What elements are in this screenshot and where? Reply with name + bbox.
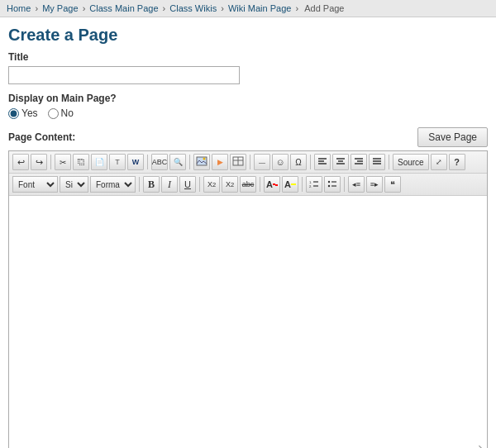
find-icon: 🔍: [174, 158, 183, 166]
content-header: Page Content: Save Page: [8, 127, 488, 147]
sep5: [310, 155, 311, 169]
special-char-icon: Ω: [295, 158, 301, 167]
font-color-bar: [273, 183, 275, 185]
size-select[interactable]: Size: [60, 176, 88, 193]
copy-icon: ⿻: [78, 158, 85, 166]
breadcrumb-mypage[interactable]: My Page: [42, 3, 78, 13]
paste-word-btn[interactable]: W: [127, 154, 144, 170]
main-content: Title Display on Main Page? Yes No Page …: [0, 51, 496, 448]
hr-icon: —: [259, 159, 265, 166]
toolbar-bottom: Font Size Format B I U X2: [9, 174, 487, 196]
radio-yes-option[interactable]: Yes: [8, 107, 38, 119]
toolbar-top: ↩ ↪ ✂ ⿻ 📄 T W: [9, 151, 487, 174]
radio-yes[interactable]: [8, 108, 19, 119]
content-label: Page Content:: [8, 131, 75, 143]
numbered-list-btn[interactable]: 1.2.: [306, 176, 322, 193]
special-char-btn[interactable]: Ω: [290, 154, 307, 170]
align-justify-btn[interactable]: [369, 154, 385, 170]
help-btn[interactable]: ?: [449, 154, 465, 170]
display-label: Display on Main Page?: [8, 93, 488, 104]
sep6: [389, 155, 389, 169]
bullet-list-btn[interactable]: [324, 176, 341, 193]
font-select[interactable]: Font: [12, 176, 58, 193]
bg-color-bar: [291, 183, 296, 185]
flash-btn[interactable]: ▶: [212, 154, 228, 170]
source-btn[interactable]: Source: [393, 154, 429, 170]
editor-resize-handle[interactable]: ↘: [477, 442, 485, 448]
paste-word-icon: W: [132, 158, 140, 166]
align-center-btn[interactable]: [332, 154, 349, 170]
radio-no-option[interactable]: No: [48, 107, 74, 119]
paste-text-btn[interactable]: T: [109, 154, 126, 170]
svg-point-1: [203, 158, 206, 160]
align-left-btn[interactable]: [314, 154, 331, 170]
help-icon: ?: [454, 157, 460, 167]
image-btn[interactable]: [193, 154, 210, 170]
subscript-btn[interactable]: X2: [203, 176, 220, 193]
table-btn[interactable]: [230, 154, 246, 170]
breadcrumb: Home › My Page › Class Main Page › Class…: [0, 0, 496, 17]
radio-no[interactable]: [48, 108, 59, 119]
maximize-btn[interactable]: ⤢: [431, 154, 447, 170]
breadcrumb-current: Add Page: [304, 3, 344, 13]
bullet-list-icon: [327, 179, 337, 190]
italic-btn[interactable]: I: [161, 176, 178, 193]
paste-text-icon: T: [115, 158, 120, 166]
outdent-icon: ◂≡: [352, 180, 360, 188]
indent-btn[interactable]: ≡▸: [366, 176, 383, 193]
align-justify-icon: [372, 157, 382, 167]
sep7: [139, 177, 140, 192]
sep10: [302, 177, 303, 192]
copy-btn[interactable]: ⿻: [73, 154, 89, 170]
breadcrumb-home[interactable]: Home: [7, 3, 31, 13]
editor-content[interactable]: [9, 196, 487, 448]
sep2: [147, 155, 148, 169]
breadcrumb-classwikis[interactable]: Class Wikis: [169, 3, 217, 13]
radio-no-label: No: [61, 107, 74, 119]
table-icon: [232, 156, 244, 168]
find-btn[interactable]: 🔍: [169, 154, 186, 170]
align-left-icon: [317, 157, 327, 167]
svg-point-21: [328, 180, 330, 182]
radio-yes-label: Yes: [21, 107, 38, 119]
save-page-btn-top[interactable]: Save Page: [417, 127, 488, 147]
editor-wrapper: ↩ ↪ ✂ ⿻ 📄 T W: [8, 150, 488, 448]
svg-text:2.: 2.: [309, 184, 312, 188]
undo-icon: ↩: [17, 157, 25, 168]
align-right-btn[interactable]: [351, 154, 367, 170]
strikethrough-btn[interactable]: abc: [240, 176, 256, 193]
page-title: Create a Page: [0, 17, 496, 51]
flash-icon: ▶: [217, 158, 223, 166]
cut-btn[interactable]: ✂: [55, 154, 71, 170]
redo-btn[interactable]: ↪: [31, 154, 47, 170]
font-color-btn[interactable]: A: [264, 176, 280, 193]
outdent-btn[interactable]: ◂≡: [348, 176, 365, 193]
numbered-list-icon: 1.2.: [309, 179, 319, 190]
bold-btn[interactable]: B: [143, 176, 160, 193]
paste-icon: 📄: [95, 158, 104, 166]
title-input[interactable]: [8, 66, 240, 84]
maximize-icon: ⤢: [436, 158, 442, 166]
cut-icon: ✂: [60, 158, 66, 167]
spellcheck-btn[interactable]: ABC: [151, 154, 168, 170]
breadcrumb-wikimain[interactable]: Wiki Main Page: [228, 3, 291, 13]
breadcrumb-classmain[interactable]: Class Main Page: [89, 3, 158, 13]
image-icon: [196, 156, 207, 168]
sep3: [189, 155, 190, 169]
superscript-btn[interactable]: X2: [222, 176, 238, 193]
underline-btn[interactable]: U: [179, 176, 196, 193]
smiley-btn[interactable]: ☺: [272, 154, 289, 170]
bg-color-icon: A: [284, 179, 291, 190]
undo-btn[interactable]: ↩: [12, 154, 29, 170]
format-select[interactable]: Format: [90, 176, 136, 193]
paste-btn[interactable]: 📄: [91, 154, 107, 170]
editor-area: ↘: [9, 196, 487, 448]
spellcheck-icon: ABC: [152, 158, 168, 166]
bg-color-btn[interactable]: A: [282, 176, 298, 193]
hr-btn[interactable]: —: [254, 154, 270, 170]
sep4: [250, 155, 250, 169]
title-label: Title: [8, 51, 488, 63]
sep8: [199, 177, 200, 192]
redo-icon: ↪: [36, 157, 43, 168]
blockquote-btn[interactable]: ❝: [384, 176, 401, 193]
